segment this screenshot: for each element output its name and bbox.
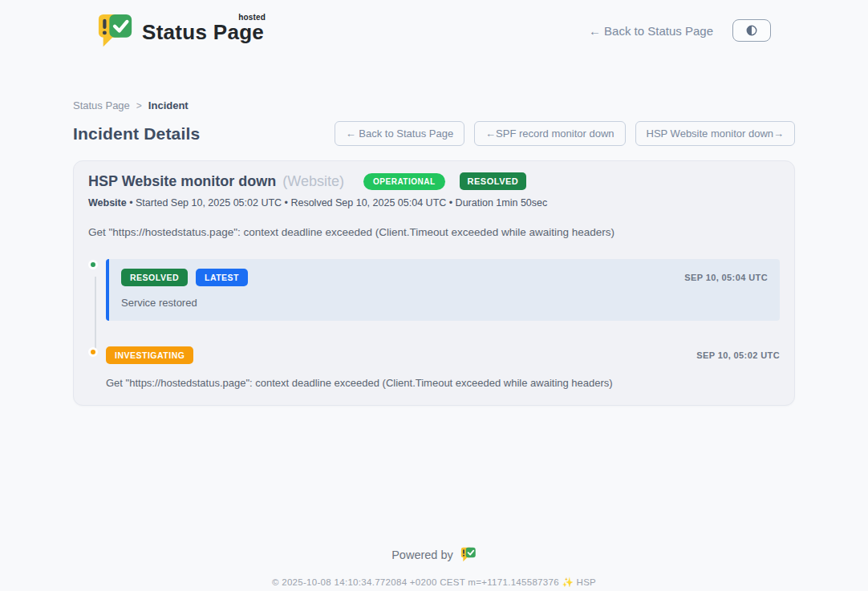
timeline-event-timestamp: SEP 10, 05:04 UTC: [684, 273, 768, 282]
copyright-line: © 2025-10-08 14:10:34.772084 +0200 CEST …: [0, 577, 868, 588]
back-to-status-page-link[interactable]: ← Back to Status Page: [589, 24, 713, 38]
header-actions: ← Back to Status Page: [589, 19, 771, 42]
resolved-badge: RESOLVED: [121, 269, 188, 286]
next-incident-button[interactable]: HSP Website monitor down→: [635, 121, 795, 146]
timeline-event-badges: INVESTIGATING: [106, 346, 193, 364]
footer-logo-icon[interactable]: [460, 546, 477, 563]
header: Status Page hosted ← Back to Status Page: [73, 0, 795, 50]
brand-name: Status Page hosted: [142, 20, 264, 50]
powered-by: Powered by: [0, 546, 868, 563]
incident-title: HSP Website monitor down: [88, 173, 276, 190]
incident-meta: Website • Started Sep 10, 2025 05:02 UTC…: [88, 197, 780, 208]
incident-card-header: HSP Website monitor down (Website) OPERA…: [88, 172, 780, 190]
title-row: Incident Details ← Back to Status Page ←…: [73, 121, 795, 146]
half-moon-contrast-icon: [745, 24, 758, 37]
back-to-status-page-button[interactable]: ← Back to Status Page: [335, 121, 464, 146]
timeline-event-resolved: RESOLVED LATEST SEP 10, 05:04 UTC Servic…: [88, 259, 780, 321]
timeline-event-badges: RESOLVED LATEST: [121, 269, 248, 286]
timeline-dot-orange: [88, 347, 98, 357]
timeline-dot-green: [88, 260, 98, 269]
timeline-event-timestamp: SEP 10, 05:02 UTC: [696, 350, 780, 360]
incident-meta-text: • Started Sep 10, 2025 05:02 UTC • Resol…: [129, 197, 547, 208]
latest-badge: LATEST: [196, 269, 248, 286]
operational-status-badge: OPERATIONAL: [363, 173, 445, 190]
timeline-event-head: INVESTIGATING SEP 10, 05:02 UTC: [106, 346, 780, 364]
incident-card: HSP Website monitor down (Website) OPERA…: [73, 160, 795, 406]
prev-incident-button[interactable]: ←SPF record monitor down: [474, 121, 625, 146]
investigating-badge: INVESTIGATING: [106, 346, 193, 364]
breadcrumb-status-page[interactable]: Status Page: [73, 99, 130, 111]
breadcrumb-separator: >: [136, 100, 142, 111]
timeline-event-message: Get "https://hostedstatus.page": context…: [106, 377, 780, 389]
powered-by-label: Powered by: [391, 548, 453, 561]
timeline-event-head: RESOLVED LATEST SEP 10, 05:04 UTC: [121, 269, 768, 286]
resolved-state-badge: RESOLVED: [460, 172, 527, 190]
timeline-event-card: INVESTIGATING SEP 10, 05:02 UTC Get "htt…: [106, 346, 780, 389]
incident-component: (Website): [282, 173, 344, 190]
breadcrumb: Status Page > Incident: [73, 99, 795, 111]
incident-description: Get "https://hostedstatus.page": context…: [88, 226, 780, 238]
timeline-event-message: Service restored: [121, 297, 768, 309]
theme-toggle-button[interactable]: [732, 19, 771, 42]
breadcrumb-incident: Incident: [148, 99, 189, 111]
timeline-event-card: RESOLVED LATEST SEP 10, 05:04 UTC Servic…: [106, 259, 780, 321]
brand-logo[interactable]: Status Page hosted: [97, 11, 264, 50]
brand-tag: hosted: [238, 13, 266, 22]
page-title: Incident Details: [73, 124, 200, 144]
incident-timeline: RESOLVED LATEST SEP 10, 05:04 UTC Servic…: [88, 259, 780, 389]
incident-nav-buttons: ← Back to Status Page ←SPF record monito…: [335, 121, 795, 146]
timeline-event-investigating: INVESTIGATING SEP 10, 05:02 UTC Get "htt…: [88, 346, 780, 389]
status-page-logo-icon: [97, 11, 134, 50]
incident-meta-component: Website: [88, 197, 127, 208]
